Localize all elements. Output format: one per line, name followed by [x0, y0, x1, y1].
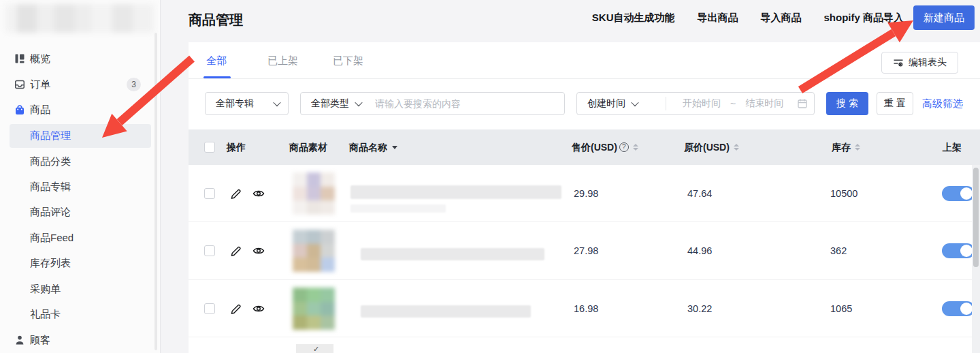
original-price-cell: 30.22	[687, 280, 712, 337]
sidebar-item-label: 概览	[30, 46, 50, 72]
tab-all[interactable]: 全部	[206, 42, 227, 78]
header-actions: SKU自动生成功能 导出商品 导入商品 shopify 商品导入	[592, 0, 904, 35]
on-sale-toggle[interactable]	[942, 186, 975, 201]
row-checkbox[interactable]	[204, 303, 215, 314]
eye-icon[interactable]	[252, 187, 265, 200]
search-input[interactable]	[366, 98, 564, 109]
row-checkbox[interactable]	[204, 245, 215, 256]
product-list-card: 全部 已上架 已下架 编辑表头 全部专辑 全部类型 创建时间	[189, 42, 980, 353]
product-name-redacted	[350, 185, 561, 199]
import-products-button[interactable]: 导入商品	[760, 12, 801, 25]
inbox-icon	[14, 79, 25, 90]
on-sale-toggle[interactable]	[942, 301, 975, 316]
product-name-redacted	[350, 204, 446, 213]
column-stock[interactable]: 库存	[832, 129, 860, 165]
column-media: 商品素材	[289, 129, 327, 165]
price-cell: 27.98	[574, 222, 598, 279]
column-on-sale: 上架	[943, 129, 962, 165]
on-sale-toggle[interactable]	[942, 243, 975, 258]
stock-cell: 1065	[830, 280, 852, 337]
tab-off-sale[interactable]: 已下架	[333, 42, 363, 78]
time-field-select[interactable]: 创建时间	[577, 97, 659, 110]
column-original-price[interactable]: 原价(USD)	[684, 129, 739, 165]
product-image[interactable]	[293, 288, 335, 330]
row-checkbox[interactable]	[204, 188, 215, 199]
select-all-checkbox[interactable]	[204, 142, 215, 153]
table-scrollbar[interactable]	[972, 165, 980, 353]
original-price-cell: 44.96	[687, 222, 712, 279]
sort-carets-icon[interactable]	[855, 144, 860, 151]
sort-carets-icon[interactable]	[734, 144, 739, 151]
dashboard-icon	[14, 53, 25, 64]
product-image[interactable]	[293, 172, 335, 215]
advanced-filter-link[interactable]: 高级筛选	[922, 92, 963, 115]
sidebar-item-inventory-list[interactable]: 库存列表	[0, 250, 161, 276]
table-row-partial: ✓	[189, 337, 980, 353]
edit-columns-button[interactable]: 编辑表头	[881, 52, 958, 74]
pencil-icon[interactable]	[230, 245, 242, 257]
end-date-input[interactable]: 结束时间	[745, 97, 783, 110]
sidebar-item-products[interactable]: 商品	[0, 97, 161, 123]
original-price-cell: 47.64	[687, 165, 712, 222]
sidebar-item-orders[interactable]: 订单 3	[0, 72, 161, 97]
product-management-page: 概览 订单 3 商品 商品管理 商品分类 商品专辑 商品评论 商品Feed 库存…	[0, 0, 980, 353]
price-cell: 29.98	[574, 165, 598, 222]
eye-icon[interactable]	[252, 303, 265, 315]
help-circle-icon[interactable]: ?	[619, 142, 629, 152]
price-cell: 16.98	[574, 280, 598, 337]
sidebar-item-overview[interactable]: 概览	[0, 46, 161, 72]
sidebar-item-label: 商品	[30, 97, 50, 123]
column-name[interactable]: 商品名称	[349, 129, 397, 165]
stock-cell: 10500	[830, 165, 858, 222]
search-button[interactable]: 搜 索	[826, 92, 868, 115]
type-select[interactable]: 全部类型	[301, 97, 366, 110]
table-row: 27.98 44.96 362	[189, 222, 980, 280]
column-price[interactable]: 售价(USD) ?	[572, 129, 638, 165]
table-row: 29.98 47.64 10500	[189, 165, 980, 222]
search-group: 全部类型	[300, 92, 565, 115]
stock-cell: 362	[830, 222, 847, 279]
scrollbar-thumb[interactable]	[973, 168, 979, 267]
sort-carets-icon[interactable]	[633, 144, 638, 151]
sidebar-item-label: 订单	[30, 72, 50, 97]
pencil-icon[interactable]	[230, 303, 242, 315]
divider	[666, 97, 666, 110]
sidebar-item-gift-card[interactable]: 礼品卡	[0, 301, 161, 327]
eye-icon[interactable]	[252, 245, 265, 257]
product-name-redacted	[361, 248, 544, 260]
sidebar-item-purchase-order[interactable]: 采购单	[0, 276, 161, 302]
page-title: 商品管理	[189, 11, 243, 29]
product-name-redacted	[361, 305, 531, 318]
sidebar-item-product-reviews[interactable]: 商品评论	[0, 199, 161, 225]
product-image[interactable]	[293, 230, 335, 272]
check-mark: ✓	[313, 345, 319, 353]
sidebar-item-label: 顾客	[30, 327, 50, 353]
chevron-down-icon	[355, 99, 362, 106]
sidebar-item-product-album[interactable]: 商品专辑	[0, 174, 161, 200]
person-icon	[14, 335, 25, 346]
tab-on-sale[interactable]: 已上架	[267, 42, 298, 78]
pencil-icon[interactable]	[230, 187, 242, 200]
sku-auto-generate-button[interactable]: SKU自动生成功能	[592, 12, 675, 25]
reset-button[interactable]: 重 置	[877, 92, 913, 115]
date-range-separator: ~	[730, 98, 736, 109]
sidebar-item-product-feed[interactable]: 商品Feed	[0, 225, 161, 251]
column-action: 操作	[227, 129, 246, 165]
export-products-button[interactable]: 导出商品	[697, 12, 738, 25]
create-product-button[interactable]: 新建商品	[913, 5, 975, 30]
date-filter-group: 创建时间 开始时间 ~ 结束时间	[576, 92, 815, 115]
edit-columns-icon	[893, 57, 904, 68]
sidebar-item-customers[interactable]: 顾客	[0, 327, 161, 353]
sidebar-item-product-category[interactable]: 商品分类	[0, 149, 161, 174]
album-select[interactable]: 全部专辑	[205, 92, 289, 115]
chevron-down-icon	[631, 99, 638, 106]
sidebar-scrollbar[interactable]	[154, 33, 157, 350]
start-date-input[interactable]: 开始时间	[683, 97, 721, 110]
table-row: 16.98 30.22 1065	[189, 280, 980, 337]
shopify-import-button[interactable]: shopify 商品导入	[823, 12, 904, 25]
chevron-down-icon	[273, 99, 280, 106]
tabs-divider	[189, 78, 980, 79]
sidebar: 概览 订单 3 商品 商品管理 商品分类 商品专辑 商品评论 商品Feed 库存…	[0, 0, 161, 353]
sidebar-item-product-manage[interactable]: 商品管理	[0, 123, 161, 149]
bag-icon	[14, 104, 25, 115]
